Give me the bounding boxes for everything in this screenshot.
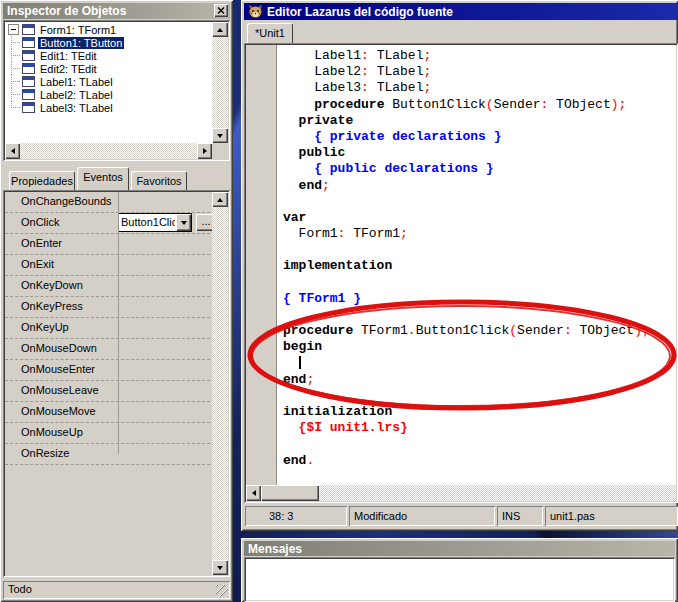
editor-tabstrip: *Unit1	[244, 20, 678, 43]
scroll-down-icon[interactable]	[212, 560, 228, 575]
code-line	[283, 437, 676, 453]
desktop: { "colors": { "button_face": "#D4D0C8", …	[0, 0, 678, 602]
tree-item-label: Edit1: TEdit	[38, 50, 99, 62]
event-name: OnMouseMove	[21, 405, 96, 417]
code-line: { TForm1 }	[283, 291, 676, 307]
component-icon	[22, 37, 35, 48]
code-line: { public declarations }	[283, 161, 676, 177]
inspector-status-text: Todo	[3, 581, 230, 598]
editor-hscrollbar[interactable]	[246, 485, 676, 501]
event-row[interactable]: OnClickButton1Clic...	[5, 213, 210, 234]
event-row[interactable]: OnMouseEnter	[5, 360, 210, 381]
tree-item[interactable]: Edit1: TEdit	[6, 49, 210, 62]
status-panel-state: Modificado	[349, 506, 495, 526]
code-area[interactable]: Label1: TLabel; Label2: TLabel; Label3: …	[244, 43, 678, 503]
component-tree[interactable]: Form1: TForm1Button1: TButtonEdit1: TEdi…	[3, 20, 230, 161]
event-row[interactable]: OnKeyDown	[5, 276, 210, 297]
tree-vscrollbar[interactable]	[212, 22, 228, 143]
collapse-icon[interactable]	[8, 24, 19, 35]
tree-item[interactable]: Label3: TLabel	[6, 101, 210, 114]
component-icon	[22, 89, 35, 100]
file-name: unit1.pas	[545, 506, 678, 526]
tree-item[interactable]: Label2: TLabel	[6, 88, 210, 101]
event-row[interactable]: OnExit	[5, 255, 210, 276]
event-row[interactable]: OnMouseDown	[5, 339, 210, 360]
close-icon[interactable]	[214, 4, 228, 17]
chevron-down-icon[interactable]	[176, 214, 191, 231]
scroll-left-icon[interactable]	[5, 143, 20, 159]
tree-item[interactable]: Form1: TForm1	[6, 23, 210, 36]
code-line: initialization	[283, 404, 676, 420]
event-value-combobox[interactable]: Button1Clic	[118, 213, 192, 232]
tree-item-label: Button1: TButton	[38, 37, 124, 49]
status-panel-mode: INS	[497, 506, 543, 526]
code-line: private	[283, 113, 676, 129]
grid-vscrollbar[interactable]	[212, 192, 228, 575]
code-line	[283, 194, 676, 210]
scroll-left-icon[interactable]	[246, 485, 261, 501]
tree-hscrollbar[interactable]	[5, 143, 212, 159]
object-inspector-window: Inspector de Objetos Form1: TForm1Button…	[0, 0, 233, 602]
code-line: public	[283, 145, 676, 161]
tree-item[interactable]: Edit2: TEdit	[6, 62, 210, 75]
code-line	[283, 307, 676, 323]
tree-item-label: Edit2: TEdit	[38, 63, 99, 75]
tree-connector	[6, 75, 22, 88]
scroll-down-icon[interactable]	[212, 128, 228, 143]
code-line: end.	[283, 453, 676, 469]
resize-grip[interactable]	[216, 585, 228, 597]
grid-column-separator[interactable]	[118, 192, 119, 454]
text-caret	[299, 356, 301, 369]
scroll-up-icon[interactable]	[212, 192, 228, 207]
messages-list[interactable]	[244, 557, 675, 602]
status-panel-file: unit1.pas	[545, 506, 678, 526]
scroll-up-icon[interactable]	[212, 22, 228, 37]
tree-item-label: Label2: TLabel	[38, 89, 115, 101]
event-row[interactable]: OnMouseMove	[5, 402, 210, 423]
event-row[interactable]: OnChangeBounds	[5, 192, 210, 213]
code-lines: Label1: TLabel; Label2: TLabel; Label3: …	[283, 48, 676, 485]
event-name: OnExit	[21, 258, 54, 270]
tree-connector	[6, 49, 22, 62]
component-icon	[22, 63, 35, 74]
tab-unit1[interactable]: *Unit1	[247, 23, 293, 43]
code-line: {$I unit1.lrs}	[283, 420, 676, 436]
event-name: OnMouseDown	[21, 342, 97, 354]
code-line: end;	[283, 178, 676, 194]
inspector-titlebar[interactable]: Inspector de Objetos	[3, 3, 230, 19]
event-name: OnChangeBounds	[21, 195, 112, 207]
event-row[interactable]: OnMouseUp	[5, 423, 210, 444]
code-line: implementation	[283, 258, 676, 274]
code-line: Label3: TLabel;	[283, 80, 676, 96]
hscroll-thumb[interactable]	[261, 485, 319, 501]
tab-propiedades[interactable]: Propiedades	[9, 171, 75, 190]
code-line	[283, 275, 676, 291]
tree-items: Form1: TForm1Button1: TButtonEdit1: TEdi…	[6, 23, 210, 141]
code-line: procedure Button1Click(Sender: TObject);	[283, 97, 676, 113]
event-row[interactable]: OnKeyUp	[5, 318, 210, 339]
event-name: OnClick	[21, 216, 60, 228]
event-row[interactable]: OnEnter	[5, 234, 210, 255]
events-grid[interactable]: OnChangeBoundsOnClickButton1Clic...OnEnt…	[3, 190, 230, 577]
editor-titlebar[interactable]: Editor Lazarus del código fuente	[244, 3, 678, 20]
messages-titlebar[interactable]: Mensajes	[244, 541, 675, 556]
scroll-right-icon[interactable]	[197, 143, 212, 159]
tree-connector	[6, 88, 22, 101]
tree-item[interactable]: Label1: TLabel	[6, 75, 210, 88]
tab-eventos[interactable]: Eventos	[77, 167, 129, 190]
event-rows: OnChangeBoundsOnClickButton1Clic...OnEnt…	[5, 192, 210, 465]
scrollbar-corner	[212, 143, 228, 159]
event-name: OnResize	[21, 447, 69, 459]
event-name: OnKeyDown	[21, 279, 83, 291]
tree-item-label: Label1: TLabel	[38, 76, 115, 88]
event-row[interactable]: OnResize	[5, 444, 210, 465]
tab-favoritos[interactable]: Favoritos	[131, 171, 187, 190]
insert-mode: INS	[497, 506, 543, 526]
event-row[interactable]: OnKeyPress	[5, 297, 210, 318]
inspector-title: Inspector de Objetos	[7, 4, 126, 18]
component-icon	[22, 102, 35, 113]
tree-item[interactable]: Button1: TButton	[6, 36, 210, 49]
code-line: { private declarations }	[283, 129, 676, 145]
event-name: OnKeyPress	[21, 300, 83, 312]
event-row[interactable]: OnMouseLeave	[5, 381, 210, 402]
